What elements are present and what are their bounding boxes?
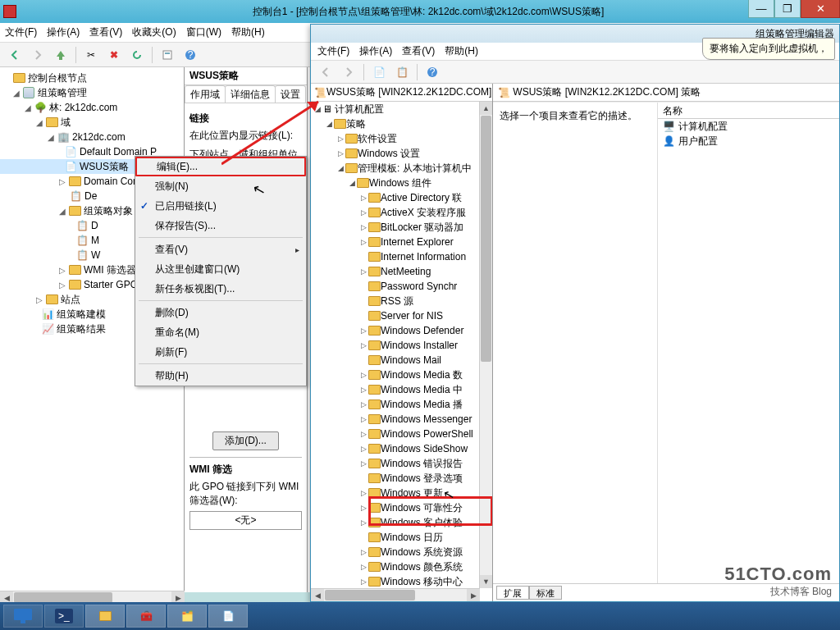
gpe-node-17[interactable]: ▷Windows SideShow <box>311 441 492 456</box>
menu-fav[interactable]: 收藏夹(O) <box>132 25 176 39</box>
ctx-rename[interactable]: 重命名(M) <box>135 322 306 342</box>
folder-icon <box>368 326 381 336</box>
gpe-node-26[interactable]: ▷Windows 移动中心 <box>311 574 492 589</box>
gpe-node-21[interactable]: ▷Windows 可靠性分 <box>311 500 492 515</box>
gpe-node-20[interactable]: ▷Windows 更新 <box>311 486 492 500</box>
gpe-node-19[interactable]: Windows 登录选项 <box>311 471 492 486</box>
gpe-menu-file[interactable]: 文件(F) <box>317 44 349 58</box>
gpe-tab-std[interactable]: 标准 <box>529 586 562 600</box>
menu-action[interactable]: 操作(A) <box>47 25 80 39</box>
gpe-tab-ext[interactable]: 扩展 <box>496 586 529 600</box>
gpe-hscroll-left[interactable]: ◀ <box>311 589 324 601</box>
gpe-vscroll-up[interactable]: ▲ <box>480 102 492 115</box>
gpe-description: 选择一个项目来查看它的描述。 <box>493 103 657 583</box>
gpe-node-10[interactable]: ▷Windows Installer <box>311 338 492 353</box>
gpe-swset[interactable]: ▷软件设置 <box>311 131 492 146</box>
gpe-node-25[interactable]: ▷Windows 颜色系统 <box>311 559 492 574</box>
ctx-refresh[interactable]: 刷新(F) <box>135 342 306 362</box>
ctx-enable[interactable]: 已启用链接(L) <box>135 196 306 216</box>
folder-icon <box>368 399 381 409</box>
task-toolbox[interactable]: 🧰 <box>126 605 166 628</box>
gpe-compcfg[interactable]: ◢🖥 计算机配置 <box>311 102 492 116</box>
gpe-admtpl[interactable]: ◢管理模板: 从本地计算机中 <box>311 161 492 176</box>
task-servermgr[interactable] <box>3 605 43 628</box>
gpe-node-5[interactable]: ▷NetMeeting <box>311 264 492 279</box>
folder-icon <box>68 205 81 217</box>
gpe-node-16[interactable]: ▷Windows PowerShell <box>311 427 492 441</box>
menu-file[interactable]: 文件(F) <box>5 25 37 39</box>
up-button[interactable] <box>51 45 71 65</box>
task-mmc[interactable]: 🗂️ <box>167 605 207 628</box>
task-explorer[interactable] <box>85 605 125 628</box>
gpe-hscroll-thumb[interactable] <box>325 590 415 600</box>
help-icon[interactable]: ? <box>180 45 200 65</box>
gpe-fwd-button[interactable] <box>339 62 358 82</box>
gpe-menu-action[interactable]: 操作(A) <box>359 44 392 58</box>
gpe-winset[interactable]: ▷Windows 设置 <box>311 146 492 161</box>
ctx-save[interactable]: 保存报告(S)... <box>135 216 306 235</box>
gpe-node-15[interactable]: ▷Windows Messenger <box>311 412 492 427</box>
minimize-button[interactable]: — <box>748 0 774 18</box>
gpe-node-8[interactable]: Server for NIS <box>311 308 492 323</box>
gpe-node-12[interactable]: ▷Windows Media 数 <box>311 368 492 382</box>
list-item-user[interactable]: 👤用户配置 <box>658 134 839 148</box>
wmi-combo[interactable]: <无> <box>189 511 302 530</box>
gpe-wincomp[interactable]: ◢Windows 组件 <box>311 176 492 190</box>
gpe-node-13[interactable]: ▷Windows Media 中 <box>311 382 492 397</box>
gpe-list-header[interactable]: 名称 <box>658 103 839 119</box>
gpe-node-1[interactable]: ▷ActiveX 安装程序服 <box>311 205 492 220</box>
gpe-menu-view[interactable]: 查看(V) <box>402 44 435 58</box>
tab-scope[interactable]: 作用域 <box>185 85 226 103</box>
menu-window[interactable]: 窗口(W) <box>186 25 221 39</box>
gpe-help-icon[interactable]: ? <box>422 62 442 82</box>
gpe-props-icon[interactable]: 📄 <box>369 62 389 82</box>
gpe-node-24[interactable]: ▷Windows 系统资源 <box>311 545 492 559</box>
maximize-button[interactable]: ❐ <box>774 0 801 18</box>
tree-domain[interactable]: ◢🏢2k12dc.com <box>0 130 184 144</box>
ctx-force[interactable]: 强制(N) <box>135 176 306 196</box>
gpe-node-0[interactable]: ▷Active Directory 联 <box>311 190 492 205</box>
gpe-node-4[interactable]: Internet Information <box>311 249 492 264</box>
gpe-node-2[interactable]: ▷BitLocker 驱动器加 <box>311 220 492 235</box>
ctx-view[interactable]: 查看(V) <box>135 240 306 259</box>
menu-help[interactable]: 帮助(H) <box>231 25 265 39</box>
gpe-filter-icon[interactable]: 📋 <box>392 62 412 82</box>
gpe-node-14[interactable]: ▷Windows Media 播 <box>311 397 492 412</box>
ctx-newwin[interactable]: 从这里创建窗口(W) <box>135 259 306 279</box>
gpe-hscroll-right[interactable]: ▶ <box>467 589 480 601</box>
gpe-vscroll-down[interactable]: ▼ <box>480 575 492 588</box>
gpe-node-3[interactable]: ▷Internet Explorer <box>311 235 492 249</box>
task-powershell[interactable]: >_ <box>44 605 84 628</box>
list-item-comp[interactable]: 🖥️计算机配置 <box>658 119 839 134</box>
gpe-node-7[interactable]: RSS 源 <box>311 294 492 308</box>
gpe-policy[interactable]: ◢策略 <box>311 116 492 131</box>
delete-icon[interactable]: ✖ <box>104 45 124 65</box>
gpe-node-22[interactable]: ▷Windows 客户体验 <box>311 515 492 530</box>
add-button[interactable]: 添加(D)... <box>212 431 279 450</box>
props-icon[interactable] <box>158 45 177 65</box>
fwd-button[interactable] <box>28 45 48 65</box>
folder-icon <box>368 577 381 587</box>
ctx-help[interactable]: 帮助(H) <box>135 366 306 386</box>
tree-root[interactable]: 控制台根节点 <box>0 71 184 85</box>
ctx-delete[interactable]: 删除(D) <box>135 303 306 322</box>
back-button[interactable] <box>5 45 25 65</box>
tree-forest[interactable]: ◢🌳林: 2k12dc.com <box>0 100 184 115</box>
menu-view[interactable]: 查看(V) <box>89 25 122 39</box>
gpe-node-9[interactable]: ▷Windows Defender <box>311 323 492 338</box>
gpe-back-button[interactable] <box>316 62 336 82</box>
gpe-vscroll-thumb[interactable] <box>481 116 491 362</box>
cut-icon[interactable]: ✂ <box>81 45 101 65</box>
gpe-node-6[interactable]: Password Synchr <box>311 279 492 294</box>
gpe-menu-help[interactable]: 帮助(H) <box>445 44 478 58</box>
gpe-node-18[interactable]: ▷Windows 错误报告 <box>311 456 492 471</box>
tree-domains[interactable]: ◢域 <box>0 115 184 130</box>
gpe-node-23[interactable]: Windows 日历 <box>311 530 492 545</box>
tree-gpm[interactable]: ◢组策略管理 <box>0 85 184 100</box>
gpo-icon: 📋 <box>75 249 89 261</box>
close-button[interactable]: ✕ <box>801 0 840 18</box>
refresh-icon[interactable] <box>127 45 147 65</box>
ctx-newtask[interactable]: 新任务板视图(T)... <box>135 279 306 299</box>
task-notepad[interactable]: 📄 <box>208 605 248 628</box>
gpe-node-11[interactable]: Windows Mail <box>311 353 492 368</box>
